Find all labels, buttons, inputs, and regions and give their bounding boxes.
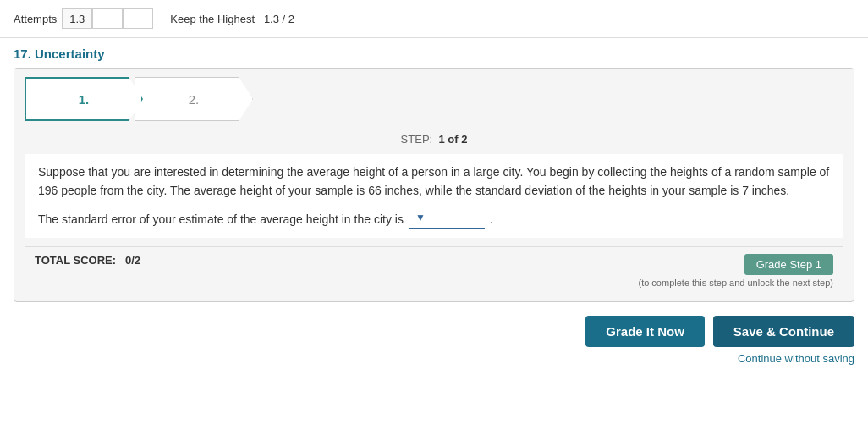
steps-nav: 1. 2. [14,69,854,130]
attempts-empty-box2 [123,8,153,29]
grade-step-section: Grade Step 1 (to complete this step and … [638,254,833,288]
grade-it-now-button[interactable]: Grade It Now [585,316,705,347]
attempts-label: Attempts [14,13,57,25]
answer-line: The standard error of your estimate of t… [38,209,830,229]
top-bar: Attempts Keep the Highest 1.3 / 2 [0,0,868,38]
action-buttons: Grade It Now Save & Continue Continue wi… [0,302,868,372]
dropdown-arrow-icon: ▼ [415,210,426,226]
continue-without-saving-link[interactable]: Continue without saving [738,352,854,365]
unlock-text: (to complete this step and unlock the ne… [638,278,833,288]
save-continue-button[interactable]: Save & Continue [713,316,854,347]
attempts-box [62,8,153,29]
action-row: Grade It Now Save & Continue [585,316,854,347]
attempts-empty-box [92,8,123,29]
step-2[interactable]: 2. [135,77,253,121]
score-bar: TOTAL SCORE: 0/2 Grade Step 1 (to comple… [25,246,843,291]
question-title: 17. Uncertainty [0,38,868,68]
grade-step-button[interactable]: Grade Step 1 [744,254,833,275]
question-paragraph1: Suppose that you are interested in deter… [38,163,830,201]
total-score: TOTAL SCORE: 0/2 [35,254,140,267]
answer-dropdown[interactable]: ▼ [409,209,485,229]
step-1[interactable]: 1. [25,77,143,121]
step-indicator: STEP: 1 of 2 [14,133,854,146]
keep-highest: Keep the Highest 1.3 / 2 [170,13,294,25]
question-text: Suppose that you are interested in deter… [25,154,843,238]
attempts-input[interactable] [62,8,92,29]
question-container: 1. 2. STEP: 1 of 2 Suppose that you are … [14,68,854,302]
